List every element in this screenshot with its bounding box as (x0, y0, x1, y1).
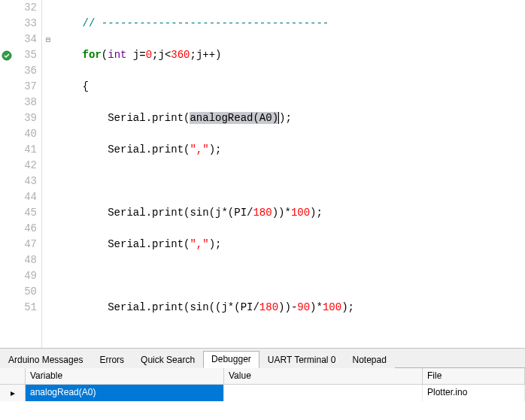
tab-errors[interactable]: Errors (91, 352, 132, 368)
row-header-corner (0, 368, 26, 384)
watch-file-cell[interactable]: Plotter.ino (423, 385, 525, 401)
col-header-variable[interactable]: Variable (26, 368, 224, 384)
tab-notepad[interactable]: Notepad (344, 352, 395, 368)
line-number-gutter: 3233343536373839404142434445464748495051 (14, 0, 42, 348)
tab-arduino-messages[interactable]: Arduino Messages (0, 352, 91, 368)
code-text[interactable]: // ------------------------------------ … (54, 0, 525, 348)
code-editor[interactable]: 3233343536373839404142434445464748495051… (0, 0, 525, 349)
col-header-value[interactable]: Value (224, 368, 423, 384)
selected-text[interactable]: analogRead(A0) (190, 112, 278, 124)
fold-gutter[interactable]: ⊟ (42, 0, 54, 348)
tab-uart-terminal[interactable]: UART Terminal 0 (259, 352, 344, 368)
current-row-indicator: ▸ (0, 385, 26, 401)
watch-variable-cell[interactable]: analogRead(A0) (26, 385, 224, 401)
breakpoint-gutter[interactable] (0, 0, 14, 348)
fold-toggle[interactable]: ⊟ (42, 32, 54, 47)
panel-tabs: Arduino Messages Errors Quick Search Deb… (0, 349, 525, 368)
watch-value-cell[interactable] (224, 385, 423, 401)
watch-row[interactable]: ▸ analogRead(A0) Plotter.ino (0, 385, 525, 401)
breakpoint-marker[interactable] (0, 47, 14, 63)
tab-quick-search[interactable]: Quick Search (132, 352, 203, 368)
watch-grid-header: Variable Value File (0, 368, 525, 385)
tab-debugger[interactable]: Debugger (203, 351, 259, 368)
col-header-file[interactable]: File (423, 368, 525, 384)
comment: // ------------------------------------ (83, 17, 329, 29)
bottom-panel: Arduino Messages Errors Quick Search Deb… (0, 349, 525, 420)
